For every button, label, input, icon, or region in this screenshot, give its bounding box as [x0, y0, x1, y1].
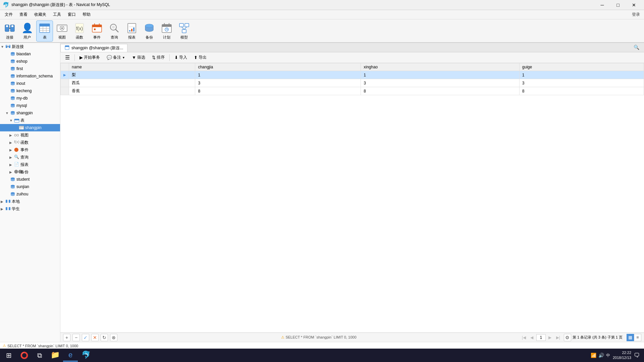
toolbar-event[interactable]: 事件 — [89, 21, 105, 41]
tree-func-folder[interactable]: ▶ f(x) 函数 — [0, 139, 60, 146]
add-record-button[interactable]: + — [63, 334, 70, 341]
tree-query-folder[interactable]: ▶ 🔍 查询 — [0, 154, 60, 161]
cell-name-2[interactable]: 西瓜 — [69, 79, 195, 87]
table-row[interactable]: 西瓜 3 3 3 — [61, 79, 644, 87]
tree-my-db[interactable]: my-db — [0, 95, 60, 102]
confirm-edit-button[interactable]: ✓ — [82, 334, 89, 341]
tab-actions: 🔍 — [629, 43, 644, 52]
tree-zuihou[interactable]: zuihou — [0, 190, 60, 198]
cell-name-3[interactable]: 香蕉 — [69, 87, 195, 95]
import-label: 导入 — [179, 55, 187, 60]
toolbar-backup[interactable]: 备份 — [141, 21, 158, 41]
cell-xinghao-3[interactable]: 8 — [361, 87, 520, 95]
minimize-button[interactable]: ─ — [595, 0, 610, 10]
taskbar-navicat[interactable]: 🐬 — [78, 349, 93, 362]
start-button[interactable]: ⊞ — [1, 349, 16, 362]
event-folder-icon: ⬤ — [14, 147, 19, 153]
menu-view[interactable]: 查看 — [16, 10, 31, 19]
tree-xinlianjie[interactable]: ▼ 新连接 — [0, 43, 60, 50]
cell-xinghao-1[interactable]: 1 — [361, 71, 520, 79]
toolbar-query[interactable]: 查询 — [106, 21, 123, 41]
cell-xinghao-2[interactable]: 3 — [361, 79, 520, 87]
toolbar-user[interactable]: 👤 用户 — [19, 21, 36, 41]
table-row[interactable]: ▶ 梨 1 1 1 — [61, 71, 644, 79]
next-page-button[interactable]: ▶ — [546, 334, 554, 341]
tree-shangpin-db[interactable]: ▼ shangpin — [0, 109, 60, 117]
page-settings-button[interactable]: ⚙ — [564, 334, 571, 341]
last-page-button[interactable]: ▶| — [554, 334, 562, 341]
cell-guige-1[interactable]: 1 — [519, 71, 644, 79]
toolbar-table-label: 表 — [43, 35, 47, 40]
toolbar-report[interactable]: 报表 — [123, 21, 140, 41]
tree-shangpin-table[interactable]: shangpin — [0, 124, 60, 131]
cell-guige-2[interactable]: 3 — [519, 79, 644, 87]
tab-search-button[interactable]: 🔍 — [632, 44, 641, 51]
cell-changjia-1[interactable]: 1 — [195, 71, 361, 79]
import-button[interactable]: ⬇ 导入 — [172, 54, 190, 61]
tree-table-folder[interactable]: ▼ 表 — [0, 117, 60, 124]
tree-report-folder[interactable]: ▶ 📄 报表 — [0, 161, 60, 168]
col-guige-header[interactable]: guige — [519, 63, 644, 71]
stop-button[interactable]: ⊗ — [110, 334, 117, 341]
tree-student[interactable]: student — [0, 176, 60, 183]
cell-changjia-3[interactable]: 8 — [195, 87, 361, 95]
menu-window[interactable]: 窗口 — [64, 10, 79, 19]
menu-toggle-button[interactable]: ☰ — [62, 53, 72, 62]
table-row[interactable]: 香蕉 8 8 8 — [61, 87, 644, 95]
form-view-button[interactable]: ≡ — [634, 334, 641, 341]
maximize-button[interactable]: □ — [610, 0, 626, 10]
col-xinghao-header[interactable]: xinghao — [361, 63, 520, 71]
export-button[interactable]: ⬆ 导出 — [191, 54, 209, 61]
prev-page-button[interactable]: ◀ — [528, 334, 536, 341]
taskbar-edge[interactable]: e — [63, 349, 78, 362]
sort-button[interactable]: ⇅ 排序 — [149, 54, 167, 61]
cell-name-1[interactable]: 梨 — [69, 71, 195, 79]
table-tab[interactable]: shangpin @shangpin (新连... — [60, 44, 127, 52]
delete-record-button[interactable]: − — [72, 334, 80, 341]
cell-guige-3[interactable]: 8 — [519, 87, 644, 95]
tree-eshop[interactable]: eshop — [0, 58, 60, 65]
toolbar-model[interactable]: 模型 — [176, 21, 193, 41]
cancel-edit-button[interactable]: ✕ — [91, 334, 99, 341]
page-number-input[interactable] — [536, 334, 546, 341]
search-taskbar-button[interactable]: ⭕ — [17, 349, 32, 362]
tree-view-folder[interactable]: ▶ oo 视图 — [0, 131, 60, 139]
col-changjia-header[interactable]: changjia — [195, 63, 361, 71]
tree-event-folder[interactable]: ▶ ⬤ 事件 — [0, 146, 60, 154]
tree-first[interactable]: first — [0, 65, 60, 72]
toolbar-view[interactable]: 视图 — [54, 21, 70, 41]
menu-help[interactable]: 帮助 — [79, 10, 94, 19]
tree-inout[interactable]: inout — [0, 80, 60, 87]
tree-biaodan[interactable]: biaodan — [0, 50, 60, 58]
tree-kecheng[interactable]: kecheng — [0, 87, 60, 95]
toolbar-schedule[interactable]: 计划 — [158, 21, 175, 41]
tree-xuesheng[interactable]: ▶ 学生 — [0, 205, 60, 213]
svg-rect-59 — [14, 119, 19, 120]
tree-mysql[interactable]: mysql — [0, 102, 60, 109]
menu-file[interactable]: 文件 — [1, 10, 16, 19]
menu-favorites[interactable]: 收藏夹 — [31, 10, 50, 19]
notes-button[interactable]: 💬 备注 ▼ — [104, 54, 128, 61]
table-folder-icon — [14, 118, 19, 123]
cell-changjia-2[interactable]: 3 — [195, 79, 361, 87]
grid-view-button[interactable]: ▦ — [627, 334, 634, 341]
filter-button[interactable]: ▼ 筛选 — [129, 54, 148, 61]
toolbar-connect[interactable]: 连接 — [1, 21, 18, 41]
close-button[interactable]: ✕ — [626, 0, 641, 10]
taskbar-explorer[interactable]: 📁 — [48, 349, 62, 362]
refresh-button[interactable]: ↻ — [101, 334, 108, 341]
tree-bendi-arrow: ▶ — [1, 200, 5, 203]
tree-sunjian[interactable]: sunjian — [0, 183, 60, 190]
first-page-button[interactable]: |◀ — [520, 334, 528, 341]
col-name-header[interactable]: name — [69, 63, 195, 71]
begin-transaction-button[interactable]: ▶ 开始事务 — [77, 54, 103, 61]
task-view-button[interactable]: ⧉ — [32, 349, 47, 362]
tree-backup-folder[interactable]: ▶ ⬤⬤ 备份 — [0, 168, 60, 176]
toolbar-func[interactable]: f(x) 函数 — [71, 21, 88, 41]
toolbar-table[interactable]: 表 — [36, 20, 53, 42]
tree-information-schema[interactable]: information_schema — [0, 72, 60, 80]
notification-button[interactable]: 🗨 — [634, 352, 640, 359]
user-login[interactable]: 登录 — [632, 12, 643, 17]
menu-tools[interactable]: 工具 — [50, 10, 64, 19]
tree-bendi[interactable]: ▶ 本地 — [0, 198, 60, 205]
